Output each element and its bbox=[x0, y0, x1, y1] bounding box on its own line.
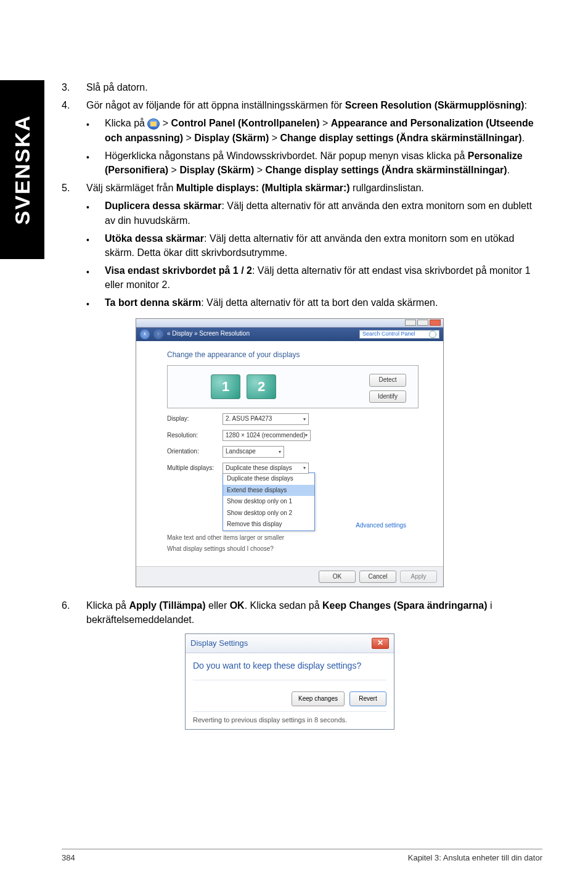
step-text: Gör något av följande för att öppna inst… bbox=[86, 98, 542, 112]
window-titlebar[interactable] bbox=[136, 319, 443, 328]
chevron-down-icon: ▾ bbox=[303, 464, 306, 472]
text: rullgardinslistan. bbox=[350, 183, 424, 193]
bullet: • bbox=[86, 199, 105, 227]
keep-changes-button[interactable]: Keep changes bbox=[292, 691, 345, 707]
select-value: 1280 × 1024 (recommended) bbox=[226, 431, 305, 440]
maximize-icon[interactable] bbox=[417, 320, 428, 326]
back-icon[interactable]: ‹ bbox=[140, 329, 150, 339]
text: > bbox=[254, 165, 265, 175]
bold-text: Screen Resolution (Skärmupplösning) bbox=[345, 100, 525, 110]
bullet-body: Utöka dessa skärmar: Välj detta alternat… bbox=[105, 231, 542, 260]
dialog-title: Display Settings bbox=[190, 638, 248, 650]
select-value: Duplicate these displays bbox=[226, 464, 292, 473]
resolution-select[interactable]: 1280 × 1024 (recommended)▾ bbox=[223, 430, 311, 442]
bold-text: Ta bort denna skärm bbox=[105, 297, 201, 308]
bold-text: Multiple displays: (Multipla skärmar:) bbox=[176, 183, 350, 193]
breadcrumb-bar: ‹ › « Display » Screen Resolution Search… bbox=[136, 328, 443, 341]
bold-text: OK bbox=[230, 600, 245, 611]
dropdown-item[interactable]: Show desktop only on 1 bbox=[223, 496, 314, 508]
apply-button[interactable]: Apply bbox=[400, 571, 437, 584]
step-number: 3. bbox=[62, 80, 86, 94]
display-select[interactable]: 2. ASUS PA4273▾ bbox=[223, 413, 309, 425]
page-number: 384 bbox=[62, 853, 75, 862]
detect-button[interactable]: Detect bbox=[369, 374, 406, 387]
minimize-icon[interactable] bbox=[405, 320, 416, 326]
text: . bbox=[522, 133, 525, 143]
ok-button[interactable]: OK bbox=[319, 571, 356, 584]
search-input[interactable]: Search Control Panel bbox=[359, 330, 439, 339]
bold-text: Display (Skärm) bbox=[179, 165, 254, 175]
page-footer: 384 Kapitel 3: Ansluta enheter till din … bbox=[62, 849, 542, 862]
monitor-1-icon[interactable]: 1 bbox=[211, 374, 240, 399]
step-text: Klicka på Apply (Tillämpa) eller OK. Kli… bbox=[86, 598, 542, 627]
text: > bbox=[320, 118, 331, 128]
text: Välj skärmläget från bbox=[86, 183, 176, 193]
advanced-settings-link[interactable]: Advanced settings bbox=[356, 521, 406, 530]
text: : Välj detta alternativ för att ta bort … bbox=[201, 297, 438, 308]
text: Gör något av följande för att öppna inst… bbox=[86, 100, 345, 110]
multiple-displays-select[interactable]: Duplicate these displays▾ bbox=[223, 463, 309, 474]
text: > bbox=[160, 118, 171, 128]
page-body: 3. Slå på datorn. 4. Gör något av följan… bbox=[62, 80, 542, 730]
hint-text[interactable]: What display settings should I choose? bbox=[167, 545, 419, 554]
bullet-body: Visa endast skrivbordet på 1 / 2: Välj d… bbox=[105, 263, 542, 292]
dropdown-item[interactable]: Extend these displays bbox=[223, 485, 314, 497]
multiple-displays-label: Multiple displays: bbox=[167, 464, 223, 473]
countdown-text: Reverting to previous display settings i… bbox=[193, 712, 386, 725]
bullet-body: Klicka på > Control Panel (Kontrollpanel… bbox=[105, 116, 542, 144]
dialog-footer: OK Cancel Apply bbox=[136, 566, 443, 587]
bold-text: Control Panel (Kontrollpanelen) bbox=[171, 118, 320, 128]
step-number: 5. bbox=[62, 181, 86, 195]
revert-button[interactable]: Revert bbox=[349, 691, 386, 707]
orientation-label: Orientation: bbox=[167, 447, 223, 456]
display-settings-dialog: Display Settings ✕ Do you want to keep t… bbox=[185, 633, 394, 730]
chapter-label: Kapitel 3: Ansluta enheter till din dato… bbox=[408, 853, 542, 862]
chevron-down-icon: ▾ bbox=[303, 416, 306, 423]
dialog-titlebar[interactable]: Display Settings ✕ bbox=[186, 634, 394, 654]
language-tab: SVENSKA bbox=[0, 80, 44, 259]
bullet-body: Duplicera dessa skärmar: Välj detta alte… bbox=[105, 199, 542, 227]
bullet: • bbox=[86, 149, 105, 177]
step-number: 6. bbox=[62, 598, 86, 627]
dropdown-item[interactable]: Remove this display bbox=[223, 519, 314, 530]
text: . Klicka sedan på bbox=[245, 600, 322, 611]
bullet-body: Ta bort denna skärm: Välj detta alternat… bbox=[105, 295, 542, 310]
windows-start-icon bbox=[147, 118, 160, 130]
close-icon[interactable] bbox=[430, 320, 441, 326]
bold-text: Display (Skärm) bbox=[194, 133, 269, 143]
text: Klicka på bbox=[86, 600, 129, 611]
bold-text: Visa endast skrivbordet på 1 / 2 bbox=[105, 265, 252, 276]
forward-icon[interactable]: › bbox=[153, 329, 163, 339]
screen-resolution-window: ‹ › « Display » Screen Resolution Search… bbox=[136, 318, 444, 587]
identify-button[interactable]: Identify bbox=[369, 390, 406, 403]
text: : bbox=[525, 100, 527, 110]
dropdown-item[interactable]: Duplicate these displays bbox=[223, 473, 314, 485]
select-value: 2. ASUS PA4273 bbox=[226, 415, 272, 424]
text: Högerklicka någonstans på Windowsskrivbo… bbox=[105, 151, 468, 161]
bullet: • bbox=[86, 263, 105, 292]
chevron-down-icon: ▾ bbox=[279, 448, 281, 456]
breadcrumb[interactable]: « Display » Screen Resolution bbox=[167, 329, 250, 339]
hint-text[interactable]: Make text and other items larger or smal… bbox=[167, 534, 419, 543]
bullet: • bbox=[86, 116, 105, 144]
display-label: Display: bbox=[167, 415, 223, 424]
dialog-question: Do you want to keep these display settin… bbox=[193, 659, 386, 680]
bold-text: Duplicera dessa skärmar bbox=[105, 200, 221, 211]
text: > bbox=[183, 133, 194, 143]
text: > bbox=[269, 133, 280, 143]
orientation-select[interactable]: Landscape▾ bbox=[223, 446, 284, 458]
resolution-label: Resolution: bbox=[167, 431, 223, 440]
bold-text: Change display settings (Ändra skärminst… bbox=[266, 165, 507, 175]
multiple-displays-dropdown[interactable]: Duplicate these displays Extend these di… bbox=[223, 472, 315, 531]
monitor-2-icon[interactable]: 2 bbox=[247, 374, 276, 399]
step-text: Välj skärmläget från Multiple displays: … bbox=[86, 181, 542, 195]
step-number: 4. bbox=[62, 98, 86, 112]
cancel-button[interactable]: Cancel bbox=[359, 571, 396, 584]
bullet: • bbox=[86, 231, 105, 260]
text: > bbox=[168, 165, 179, 175]
close-icon[interactable]: ✕ bbox=[372, 638, 389, 649]
language-label: SVENSKA bbox=[10, 115, 35, 225]
dropdown-item[interactable]: Show desktop only on 2 bbox=[223, 508, 314, 519]
chevron-down-icon: ▾ bbox=[305, 432, 308, 439]
bold-text: Apply (Tillämpa) bbox=[129, 600, 205, 611]
